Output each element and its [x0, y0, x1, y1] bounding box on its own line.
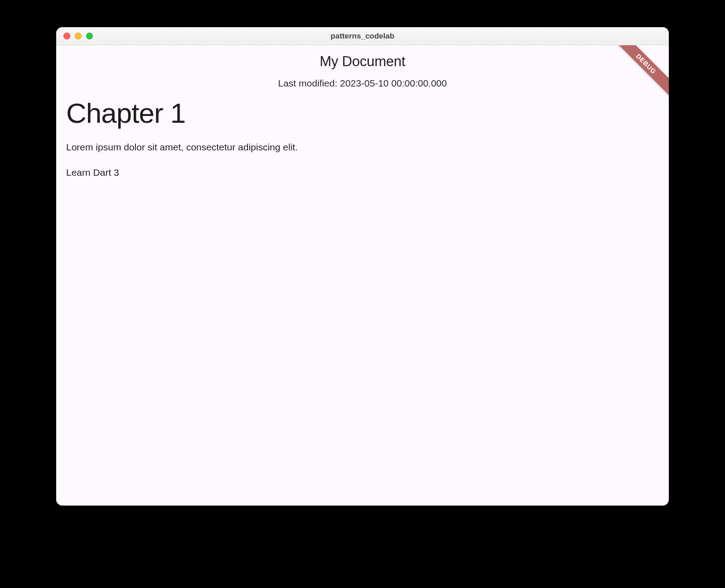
maximize-button[interactable] [86, 33, 93, 39]
app-header: My Document [56, 45, 669, 73]
chapter-heading: Chapter 1 [66, 97, 659, 129]
app-area: DEBUG My Document Last modified: 2023-05… [56, 45, 669, 506]
app-window: patterns_codelab DEBUG My Document Last … [56, 27, 669, 506]
minimize-button[interactable] [75, 33, 82, 39]
list-item: Learn Dart 3 [66, 167, 659, 178]
window-title: patterns_codelab [56, 32, 669, 41]
traffic-lights [63, 33, 93, 39]
last-modified-text: Last modified: 2023-05-10 00:00:00.000 [56, 73, 669, 97]
document-content: Chapter 1 Lorem ipsum dolor sit amet, co… [56, 97, 669, 178]
titlebar[interactable]: patterns_codelab [56, 27, 669, 45]
paragraph-text: Lorem ipsum dolor sit amet, consectetur … [66, 142, 659, 153]
document-title: My Document [65, 53, 660, 70]
close-button[interactable] [63, 33, 70, 39]
